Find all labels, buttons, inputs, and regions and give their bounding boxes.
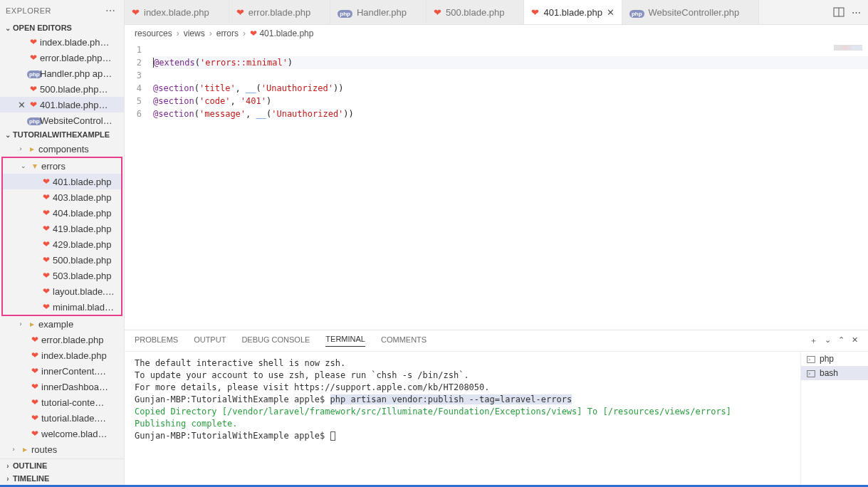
outline-label: OUTLINE — [13, 461, 47, 470]
breadcrumb-item[interactable]: resources — [135, 28, 172, 38]
editor-tab[interactable]: ❤500.blade.php✕ — [427, 0, 524, 24]
open-editor-item[interactable]: ❤500.blade.php… — [0, 81, 124, 97]
file-item[interactable]: ❤minimal.blad… — [3, 299, 121, 315]
open-editor-item[interactable]: phpWebsiteControl… — [0, 112, 124, 128]
editor-tab[interactable]: ❤error.blade.php✕ — [229, 0, 330, 24]
breadcrumb-item[interactable]: errors — [216, 28, 239, 38]
project-label: TUTORIALWITHEXAMPLE — [13, 130, 110, 139]
split-editor-icon[interactable] — [833, 6, 845, 19]
php-icon: php — [338, 7, 352, 18]
outline-section[interactable]: › OUTLINE — [0, 459, 124, 472]
laravel-icon: ❤ — [40, 224, 53, 234]
laravel-icon: ❤ — [27, 37, 40, 47]
laravel-icon: ❤ — [40, 302, 53, 312]
panel-tab-comments[interactable]: COMMENTS — [381, 335, 427, 347]
laravel-icon: ❤ — [531, 7, 539, 18]
minimap[interactable] — [834, 45, 862, 51]
editor-tabs: ❤index.blade.php✕❤error.blade.php✕phpHan… — [125, 0, 868, 25]
file-item[interactable]: ❤401.blade.php — [3, 174, 121, 189]
chevron-up-icon[interactable]: ⌃ — [838, 335, 845, 346]
chevron-down-icon: ⌄ — [3, 24, 13, 32]
explorer-title: EXPLORER — [6, 6, 51, 15]
folder-icon: ▸ — [26, 144, 38, 154]
laravel-icon: ❤ — [40, 286, 53, 296]
file-label: error.blade.php — [41, 335, 103, 345]
breadcrumb[interactable]: resources›views›errors›❤ 401.blade.php — [125, 25, 868, 42]
editor-tab[interactable]: ❤index.blade.php✕ — [125, 0, 229, 24]
file-item[interactable]: ❤429.blade.php — [3, 236, 121, 252]
file-label: tutorial.blade.… — [41, 413, 106, 424]
file-item[interactable]: ❤innerDashboa… — [0, 379, 124, 394]
panel-tab-terminal[interactable]: TERMINAL — [325, 335, 365, 347]
file-label: WebsiteControl… — [40, 115, 113, 126]
breadcrumb-item[interactable]: views — [184, 28, 205, 38]
chevron-down-icon[interactable]: ⌄ — [825, 335, 831, 346]
file-label: innerContent.… — [41, 366, 106, 377]
folder-components[interactable]: › ▸ components — [0, 141, 124, 157]
folder-errors[interactable]: ⌄ ▾ errors — [3, 158, 121, 174]
file-label: welcome.blad… — [41, 429, 108, 439]
file-item[interactable]: ❤tutorial-conte… — [0, 394, 124, 410]
chevron-right-icon: › — [16, 145, 26, 152]
tab-label: Handler.php — [357, 7, 407, 18]
line-gutter: 123456 — [125, 42, 153, 330]
file-label: 500.blade.php… — [40, 84, 108, 95]
panel-tabs: PROBLEMSOUTPUTDEBUG CONSOLETERMINALCOMME… — [125, 330, 868, 352]
close-icon[interactable]: ✕ — [16, 100, 27, 110]
file-label: tutorial-conte… — [41, 397, 104, 408]
close-icon[interactable]: ✕ — [607, 7, 615, 18]
panel-tab-problems[interactable]: PROBLEMS — [135, 335, 178, 347]
file-label: 429.blade.php — [53, 239, 111, 250]
close-icon[interactable]: ✕ — [852, 335, 858, 346]
open-editor-item[interactable]: phpHandler.php ap… — [0, 66, 124, 81]
file-item[interactable]: ❤500.blade.php — [3, 252, 121, 268]
laravel-icon: ❤ — [28, 382, 41, 392]
more-icon[interactable]: ⋯ — [103, 5, 118, 16]
laravel-icon: ❤ — [27, 84, 40, 94]
file-label: 401.blade.php — [53, 177, 111, 187]
file-item[interactable]: ❤layout.blade.… — [3, 283, 121, 299]
code-content[interactable]: @extends('errors::minimal') @section('ti… — [153, 42, 868, 330]
folder-label: routes — [31, 444, 57, 455]
terminal-instance[interactable]: bash — [801, 366, 868, 380]
terminal-icon — [807, 368, 815, 378]
editor-tab[interactable]: phpHandler.php✕ — [330, 0, 427, 24]
breadcrumb-item[interactable]: ❤ 401.blade.php — [250, 28, 313, 38]
open-editor-item[interactable]: ❤index.blade.ph… — [0, 34, 124, 50]
terminal-label: bash — [820, 368, 838, 378]
laravel-icon: ❤ — [40, 208, 53, 218]
editor-body[interactable]: 123456 @extends('errors::minimal') @sect… — [125, 42, 868, 330]
tab-label: 401.blade.php — [543, 7, 602, 18]
open-editor-item[interactable]: ✕❤401.blade.php… — [0, 97, 124, 112]
more-icon[interactable]: ⋯ — [852, 7, 861, 18]
chevron-down-icon: ⌄ — [19, 162, 28, 169]
file-item[interactable]: ❤innerContent.… — [0, 363, 124, 379]
file-item[interactable]: ❤error.blade.php — [0, 332, 124, 347]
file-item[interactable]: ❤404.blade.php — [3, 205, 121, 221]
file-label: Handler.php ap… — [40, 68, 112, 79]
file-item[interactable]: ❤419.blade.php — [3, 221, 121, 236]
terminal-output[interactable]: The default interactive shell is now zsh… — [125, 352, 800, 485]
timeline-section[interactable]: › TIMELINE — [0, 472, 124, 485]
laravel-icon: ❤ — [40, 271, 53, 281]
open-editors-section[interactable]: ⌄ OPEN EDITORS — [0, 21, 124, 34]
explorer-header: EXPLORER ⋯ — [0, 0, 124, 21]
terminal-instance[interactable]: php — [801, 352, 868, 366]
file-item[interactable]: ❤403.blade.php — [3, 189, 121, 205]
file-label: 500.blade.php — [53, 255, 111, 266]
file-item[interactable]: ❤503.blade.php — [3, 268, 121, 283]
folder-routes[interactable]: › ▸ routes — [0, 441, 124, 457]
panel-tab-debug-console[interactable]: DEBUG CONSOLE — [241, 335, 310, 347]
folder-example[interactable]: › ▸ example — [0, 316, 124, 332]
panel-tab-output[interactable]: OUTPUT — [194, 335, 226, 347]
file-tree: › ▸ components ⌄ ▾ errors ❤401.blade.php… — [0, 141, 124, 459]
new-terminal-icon[interactable]: ＋ — [810, 335, 817, 346]
file-item[interactable]: ❤tutorial.blade.… — [0, 410, 124, 426]
file-item[interactable]: ❤welcome.blad… — [0, 426, 124, 441]
laravel-icon: ❤ — [28, 350, 41, 360]
project-section[interactable]: ⌄ TUTORIALWITHEXAMPLE — [0, 128, 124, 141]
open-editor-item[interactable]: ❤error.blade.php… — [0, 50, 124, 66]
editor-tab[interactable]: ❤401.blade.php✕ — [524, 0, 622, 24]
file-item[interactable]: ❤index.blade.php — [0, 347, 124, 363]
editor-tab[interactable]: phpWebsiteController.php✕ — [622, 0, 759, 24]
